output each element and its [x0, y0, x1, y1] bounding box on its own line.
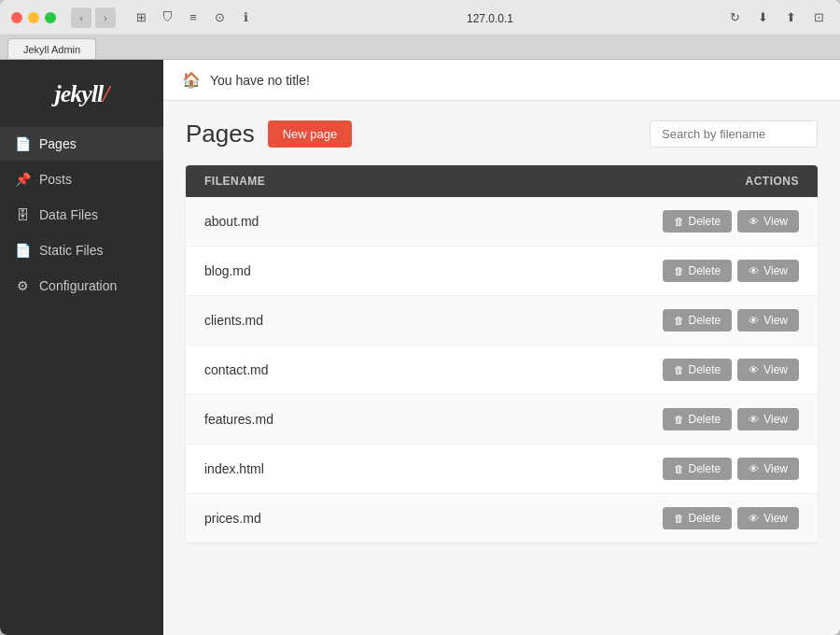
tab-label: Jekyll Admin: [23, 44, 80, 55]
table-row: contact.md 🗑 Delete 👁 View: [186, 346, 818, 395]
back-button[interactable]: ‹: [71, 7, 91, 28]
delete-button[interactable]: 🗑 Delete: [663, 507, 733, 529]
page-header-left: Pages New page: [186, 120, 352, 148]
delete-label: Delete: [689, 363, 721, 376]
row-actions: 🗑 Delete 👁 View: [663, 210, 799, 233]
eye-icon: 👁: [749, 265, 759, 276]
trash-icon: 🗑: [674, 315, 684, 326]
browser-nav: ‹ ›: [71, 7, 116, 28]
logo-accent: /: [103, 80, 108, 107]
filename: blog.md: [204, 263, 251, 278]
sidebar-item-label: Configuration: [39, 278, 117, 293]
table-row: features.md 🗑 Delete 👁 View: [186, 395, 818, 444]
row-actions: 🗑 Delete 👁 View: [663, 260, 799, 282]
filename: contact.md: [204, 362, 268, 377]
table-header: FILENAME ACTIONS: [186, 165, 818, 197]
view-button[interactable]: 👁 View: [737, 210, 799, 233]
delete-label: Delete: [689, 314, 721, 327]
data-files-icon: 🗄: [15, 207, 30, 222]
trash-icon: 🗑: [674, 265, 684, 276]
camera-icon: ⊙: [209, 7, 230, 28]
trash-icon: 🗑: [674, 513, 684, 524]
page-header: Pages New page: [186, 120, 818, 148]
close-button[interactable]: [11, 12, 22, 23]
maximize-button[interactable]: [45, 12, 56, 23]
delete-label: Delete: [689, 413, 721, 426]
filename: prices.md: [204, 511, 261, 526]
delete-button[interactable]: 🗑 Delete: [663, 408, 733, 430]
view-label: View: [763, 314, 788, 327]
sidebar-item-posts[interactable]: 📌 Posts: [0, 162, 163, 196]
url-display: 127.0.0.1: [467, 12, 513, 25]
row-actions: 🗑 Delete 👁 View: [663, 507, 799, 529]
new-page-button[interactable]: New page: [268, 120, 353, 148]
app-container: jekyll/ 📄 Pages 📌 Posts 🗄 Data Files 📄: [0, 60, 840, 635]
page-title: Pages: [186, 120, 255, 148]
pages-icon: 📄: [15, 136, 30, 151]
reload-icon[interactable]: ↻: [724, 7, 745, 28]
sidebar-item-static-files[interactable]: 📄 Static Files: [0, 233, 163, 267]
trash-icon: 🗑: [674, 364, 684, 375]
posts-icon: 📌: [15, 172, 30, 187]
address-bar[interactable]: 127.0.0.1: [273, 9, 707, 26]
trash-icon: 🗑: [674, 463, 684, 474]
search-input[interactable]: [650, 120, 818, 148]
home-icon: 🏠: [182, 71, 201, 89]
delete-label: Delete: [689, 215, 721, 228]
trash-icon: 🗑: [674, 414, 684, 425]
view-button[interactable]: 👁 View: [737, 309, 799, 332]
delete-label: Delete: [689, 264, 721, 277]
share-icon: ⬆: [780, 7, 801, 28]
sidebar: jekyll/ 📄 Pages 📌 Posts 🗄 Data Files 📄: [0, 60, 163, 635]
row-actions: 🗑 Delete 👁 View: [663, 408, 799, 430]
delete-button[interactable]: 🗑 Delete: [663, 458, 733, 480]
browser-titlebar: ‹ › ⊞ ⛉ ≡ ⊙ ℹ 127.0.0.1 ↻ ⬇ ⬆ ⊡: [0, 0, 840, 35]
filename: index.html: [204, 461, 264, 476]
view-button[interactable]: 👁 View: [737, 359, 799, 381]
active-tab[interactable]: Jekyll Admin: [7, 38, 96, 59]
logo-text: jekyll/: [55, 80, 109, 108]
eye-icon: 👁: [749, 513, 759, 524]
bookmark-icon: ⛉: [157, 7, 177, 28]
history-icon: ⊞: [131, 7, 151, 28]
minimize-button[interactable]: [28, 12, 39, 23]
sidebar-item-pages[interactable]: 📄 Pages: [0, 127, 163, 161]
eye-icon: 👁: [749, 414, 759, 425]
sidebar-item-configuration[interactable]: ⚙ Configuration: [0, 269, 163, 303]
row-actions: 🗑 Delete 👁 View: [663, 359, 799, 381]
browser-tab-bar: Jekyll Admin: [0, 35, 840, 60]
view-button[interactable]: 👁 View: [737, 408, 799, 430]
download-icon: ⬇: [752, 7, 773, 28]
table-row: blog.md 🗑 Delete 👁 View: [186, 247, 818, 296]
view-label: View: [763, 264, 788, 277]
info-icon: ℹ: [235, 7, 256, 28]
view-button[interactable]: 👁 View: [737, 507, 799, 529]
layers-icon: ≡: [183, 7, 203, 28]
delete-button[interactable]: 🗑 Delete: [663, 309, 733, 332]
view-label: View: [763, 363, 788, 376]
delete-button[interactable]: 🗑 Delete: [663, 359, 733, 381]
filename: about.md: [204, 214, 259, 229]
delete-button[interactable]: 🗑 Delete: [663, 210, 733, 233]
view-button[interactable]: 👁 View: [737, 458, 799, 480]
forward-button[interactable]: ›: [95, 7, 116, 28]
filename: features.md: [204, 412, 273, 427]
static-files-icon: 📄: [15, 243, 30, 258]
sidebar-item-label: Pages: [39, 136, 77, 151]
row-actions: 🗑 Delete 👁 View: [663, 309, 799, 332]
view-label: View: [763, 512, 788, 525]
table-row: index.html 🗑 Delete 👁 View: [186, 444, 818, 494]
view-button[interactable]: 👁 View: [737, 260, 799, 282]
content-area: Pages New page FILENAME ACTIONS about.md: [163, 101, 840, 635]
files-table: FILENAME ACTIONS about.md 🗑 Delete 👁: [186, 165, 818, 543]
sidebar-item-label: Static Files: [39, 243, 103, 258]
filename: clients.md: [204, 313, 263, 328]
view-label: View: [763, 413, 788, 426]
eye-icon: 👁: [749, 463, 759, 474]
table-row: prices.md 🗑 Delete 👁 View: [186, 494, 818, 543]
traffic-lights: [11, 12, 56, 23]
sidebar-logo: jekyll/: [0, 69, 163, 127]
delete-label: Delete: [689, 512, 721, 525]
delete-button[interactable]: 🗑 Delete: [663, 260, 733, 282]
sidebar-item-data-files[interactable]: 🗄 Data Files: [0, 198, 163, 232]
